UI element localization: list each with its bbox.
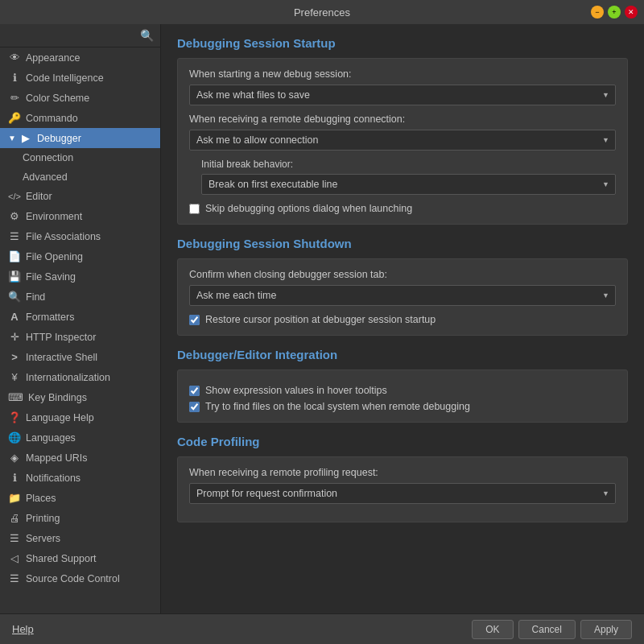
search-button[interactable]: 🔍 <box>140 29 154 42</box>
sidebar-item-connection[interactable]: Connection <box>0 148 160 167</box>
help-link[interactable]: Help <box>12 623 34 635</box>
sidebar: 🔍 👁 Appearance ℹ Code Intelligence ✏ Col… <box>0 24 161 613</box>
appearance-icon: 👁 <box>8 52 21 64</box>
internationalization-icon: ¥ <box>8 371 21 383</box>
environment-icon: ⚙ <box>8 210 21 222</box>
sidebar-item-internationalization[interactable]: ¥ Internationalization <box>0 367 160 387</box>
formatters-icon: A <box>8 311 21 323</box>
footer-right: OK Cancel Apply <box>472 620 632 639</box>
profiling-select[interactable]: Prompt for request confirmation Auto-acc… <box>189 483 616 504</box>
source-code-control-icon: ☰ <box>8 572 21 584</box>
sidebar-item-shared-support[interactable]: ◁ Shared Support <box>0 548 160 568</box>
restore-cursor-label[interactable]: Restore cursor position at debugger sess… <box>205 314 436 325</box>
titlebar: Preferences − + ✕ <box>0 0 644 24</box>
apply-button[interactable]: Apply <box>580 620 632 639</box>
section-profiling-title: Code Profiling <box>177 435 628 448</box>
sidebar-item-key-bindings[interactable]: ⌨ Key Bindings <box>0 387 160 407</box>
key-bindings-icon: ⌨ <box>8 391 23 403</box>
startup-select2[interactable]: Ask me to allow connection Always allow … <box>189 130 616 151</box>
section-shutdown-title: Debugging Session Shutdown <box>177 237 628 250</box>
skip-dialog-checkbox[interactable] <box>189 204 200 214</box>
sidebar-item-interactive-shell[interactable]: > Interactive Shell <box>0 347 160 367</box>
sidebar-item-formatters[interactable]: A Formatters <box>0 307 160 327</box>
find-files-row: Try to find files on the local system wh… <box>189 401 616 412</box>
startup-select3-wrapper: Break on first executable line Break at … <box>201 174 616 195</box>
sidebar-item-file-saving[interactable]: 💾 File Saving <box>0 266 160 287</box>
editor-icon: </> <box>8 192 21 201</box>
find-files-checkbox[interactable] <box>189 402 200 412</box>
file-saving-icon: 💾 <box>8 270 21 283</box>
content-area: 🔍 👁 Appearance ℹ Code Intelligence ✏ Col… <box>0 24 644 613</box>
hover-tooltips-checkbox[interactable] <box>189 386 200 396</box>
footer: Help OK Cancel Apply <box>0 613 644 644</box>
sidebar-search: 🔍 <box>0 24 160 47</box>
shared-support-icon: ◁ <box>8 552 21 564</box>
startup-select1[interactable]: Ask me what files to save Save all files… <box>189 85 616 105</box>
restore-cursor-row: Restore cursor position at debugger sess… <box>189 314 616 325</box>
settings-group-profiling: When receiving a remote profiling reques… <box>177 456 628 522</box>
startup-select3-label: Initial break behavior: <box>201 159 616 170</box>
sidebar-item-source-code-control[interactable]: ☰ Source Code Control <box>0 568 160 588</box>
startup-select3[interactable]: Break on first executable line Break at … <box>201 174 616 195</box>
sidebar-item-editor[interactable]: </> Editor <box>0 187 160 206</box>
close-button[interactable]: ✕ <box>625 6 638 19</box>
restore-cursor-checkbox[interactable] <box>189 315 200 325</box>
sidebar-item-http-inspector[interactable]: ✛ HTTP Inspector <box>0 327 160 347</box>
sidebar-item-printing[interactable]: 🖨 Printing <box>0 508 160 528</box>
sidebar-item-find[interactable]: 🔍 Find <box>0 287 160 307</box>
startup-select1-wrapper: Ask me what files to save Save all files… <box>189 85 616 105</box>
window-controls: − + ✕ <box>591 6 638 19</box>
debugger-expand-icon: ▼ <box>8 134 16 142</box>
sidebar-item-file-associations[interactable]: ☰ File Associations <box>0 226 160 246</box>
settings-group-integration: Show expression values in hover tooltips… <box>177 369 628 423</box>
file-associations-icon: ☰ <box>8 230 21 242</box>
http-inspector-icon: ✛ <box>8 331 21 343</box>
commando-icon: 🔑 <box>8 112 21 124</box>
minimize-button[interactable]: − <box>591 6 604 19</box>
startup-checkbox-row: Skip debugging options dialog when launc… <box>189 203 616 214</box>
sidebar-item-color-scheme[interactable]: ✏ Color Scheme <box>0 88 160 108</box>
sidebar-item-servers[interactable]: ☰ Servers <box>0 528 160 548</box>
sidebar-item-places[interactable]: 📁 Places <box>0 488 160 508</box>
sidebar-item-commando[interactable]: 🔑 Commando <box>0 108 160 128</box>
hover-tooltips-row: Show expression values in hover tooltips <box>189 385 616 396</box>
sidebar-item-language-help[interactable]: ❓ Language Help <box>0 407 160 427</box>
servers-icon: ☰ <box>8 532 21 544</box>
startup-select1-label: When starting a new debug session: <box>189 68 616 80</box>
sidebar-item-environment[interactable]: ⚙ Environment <box>0 206 160 226</box>
code-intelligence-icon: ℹ <box>8 72 21 84</box>
places-icon: 📁 <box>8 492 21 504</box>
debugger-icon: ▶ <box>19 132 32 144</box>
maximize-button[interactable]: + <box>608 6 621 19</box>
settings-group-startup: When starting a new debug session: Ask m… <box>177 58 628 225</box>
language-help-icon: ❓ <box>8 411 21 423</box>
shutdown-select[interactable]: Ask me each time Always confirm Never co… <box>189 285 616 306</box>
skip-dialog-label[interactable]: Skip debugging options dialog when launc… <box>205 203 412 214</box>
main-panel: Debugging Session Startup When starting … <box>161 24 644 613</box>
notifications-icon: ℹ <box>8 472 21 484</box>
startup-select2-label: When receiving a remote debugging connec… <box>189 114 616 125</box>
sidebar-item-code-intelligence[interactable]: ℹ Code Intelligence <box>0 68 160 88</box>
ok-button[interactable]: OK <box>472 620 513 639</box>
window-title: Preferences <box>294 6 350 19</box>
footer-left: Help <box>12 623 472 635</box>
sidebar-item-debugger[interactable]: ▼ ▶ Debugger <box>0 128 160 148</box>
languages-icon: 🌐 <box>8 431 21 444</box>
file-opening-icon: 📄 <box>8 250 21 262</box>
color-scheme-icon: ✏ <box>8 92 21 104</box>
sidebar-item-advanced[interactable]: Advanced <box>0 167 160 187</box>
sidebar-item-appearance[interactable]: 👁 Appearance <box>0 47 160 68</box>
profiling-select-label: When receiving a remote profiling reques… <box>189 467 616 478</box>
settings-group-shutdown: Confirm when closing debugger session ta… <box>177 258 628 336</box>
section-startup-title: Debugging Session Startup <box>177 36 628 50</box>
find-files-label[interactable]: Try to find files on the local system wh… <box>205 401 470 412</box>
cancel-button[interactable]: Cancel <box>518 620 576 639</box>
interactive-shell-icon: > <box>8 351 21 363</box>
hover-tooltips-label[interactable]: Show expression values in hover tooltips <box>205 385 387 396</box>
sidebar-item-mapped-uris[interactable]: ◈ Mapped URIs <box>0 448 160 468</box>
sidebar-item-file-opening[interactable]: 📄 File Opening <box>0 246 160 266</box>
sidebar-item-notifications[interactable]: ℹ Notifications <box>0 468 160 488</box>
profiling-select-wrapper: Prompt for request confirmation Auto-acc… <box>189 483 616 504</box>
preferences-window: Preferences − + ✕ 🔍 👁 Appearance ℹ Code … <box>0 0 644 644</box>
sidebar-item-languages[interactable]: 🌐 Languages <box>0 427 160 448</box>
